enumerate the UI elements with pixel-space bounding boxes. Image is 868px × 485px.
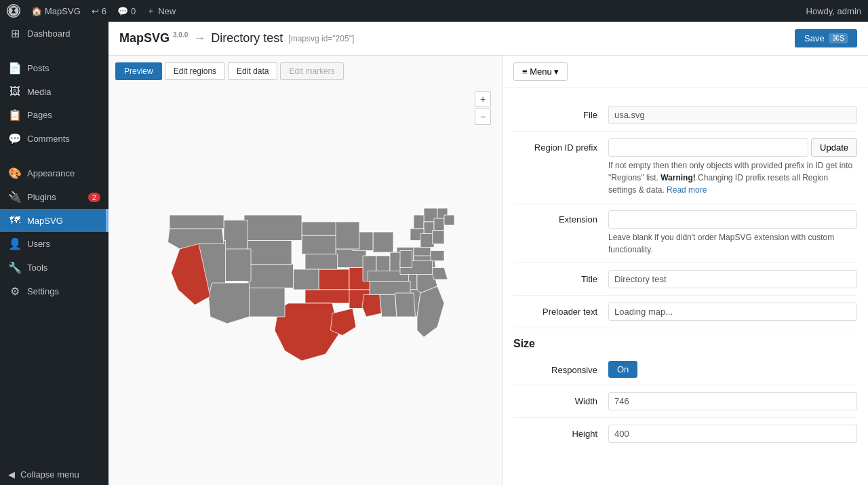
preloader-input[interactable] xyxy=(608,303,857,321)
responsive-control: On xyxy=(608,361,857,378)
region-id-prefix-input[interactable] xyxy=(608,138,808,157)
sidebar-label-pages: Pages xyxy=(27,110,52,120)
comment-icon: 💬 xyxy=(117,6,128,16)
save-shortcut: ⌘S xyxy=(829,33,848,43)
sidebar-item-media[interactable]: 🖼 Media xyxy=(0,80,108,103)
pages-icon: 📋 xyxy=(8,109,22,121)
responsive-label: Responsive xyxy=(513,361,608,375)
width-row: Width xyxy=(513,385,857,418)
title-row: Title xyxy=(513,263,857,296)
settings-form: File Region ID prefix Update xyxy=(502,88,868,461)
height-control xyxy=(608,425,857,443)
width-control xyxy=(608,392,857,410)
plugins-badge: 2 xyxy=(88,193,100,202)
file-row: File xyxy=(513,99,857,132)
map-zoom-controls: + − xyxy=(475,91,491,125)
file-label: File xyxy=(513,106,608,120)
plus-icon: ＋ xyxy=(146,5,155,17)
sidebar-label-appearance: Appearance xyxy=(27,168,75,178)
site-name[interactable]: 🏠 MapSVG xyxy=(31,6,81,16)
sidebar-item-plugins[interactable]: 🔌 Plugins 2 xyxy=(0,185,108,209)
sidebar-item-tools[interactable]: 🔧 Tools xyxy=(0,256,108,279)
sidebar-item-posts[interactable]: 📄 Posts xyxy=(0,56,108,80)
breadcrumb-arrow: → xyxy=(193,31,205,45)
tab-edit-regions[interactable]: Edit regions xyxy=(165,62,225,80)
comments-icon: 💬 xyxy=(8,132,22,145)
sidebar-item-settings[interactable]: ⚙ Settings xyxy=(0,279,108,303)
revision-icon: ↩ xyxy=(92,6,99,16)
zoom-out-button[interactable]: − xyxy=(475,109,491,125)
sidebar-label-comments: Comments xyxy=(27,134,70,144)
collapse-menu-btn[interactable]: ◀ Collapse menu xyxy=(0,464,108,485)
sidebar-label-media: Media xyxy=(27,87,51,97)
sidebar-item-users[interactable]: 👤 Users xyxy=(0,232,108,256)
sidebar-label-settings: Settings xyxy=(27,286,59,296)
extension-label: Extension xyxy=(513,210,608,225)
region-warning-text: Warning! xyxy=(660,173,696,182)
revisions-count[interactable]: ↩ 6 xyxy=(92,6,106,16)
preloader-row: Preloader text xyxy=(513,296,857,328)
howdy-text: Howdy, admin xyxy=(806,6,861,16)
tab-bar: Preview Edit regions Edit data Edit mark… xyxy=(108,56,502,80)
extension-row: Extension Leave blank if you didn't orde… xyxy=(513,203,857,263)
settings-panel: ≡ Menu ▾ File Region ID prefix xyxy=(502,56,868,485)
extension-input[interactable] xyxy=(608,210,857,229)
width-input[interactable] xyxy=(608,392,857,410)
save-label: Save xyxy=(804,33,825,43)
sidebar-label-tools: Tools xyxy=(27,263,47,273)
read-more-link[interactable]: Read more xyxy=(667,185,707,195)
region-id-prefix-label: Region ID prefix xyxy=(513,138,608,153)
tools-icon: 🔧 xyxy=(8,261,22,274)
preloader-label: Preloader text xyxy=(513,303,608,317)
tab-edit-data[interactable]: Edit data xyxy=(228,62,277,80)
collapse-icon: ◀ xyxy=(8,469,15,480)
sidebar-label-dashboard: Dashboard xyxy=(27,28,71,39)
map-panel: Preview Edit regions Edit data Edit mark… xyxy=(108,56,502,485)
comments-count[interactable]: 💬 0 xyxy=(117,6,136,16)
region-id-prefix-control: Update If not empty then then only objec… xyxy=(608,138,857,196)
users-icon: 👤 xyxy=(8,237,22,250)
posts-icon: 📄 xyxy=(8,62,22,75)
size-heading: Size xyxy=(513,328,857,354)
extension-control: Leave blank if you didn't order MapSVG e… xyxy=(608,210,857,256)
sidebar-item-appearance[interactable]: 🎨 Appearance xyxy=(0,161,108,185)
shortcode-display: [mapsvg id="205"] xyxy=(288,34,354,43)
responsive-toggle[interactable]: On xyxy=(608,361,637,378)
height-row: Height xyxy=(513,418,857,450)
zoom-in-button[interactable]: + xyxy=(475,91,491,107)
sidebar-item-mapsvg[interactable]: 🗺 MapSVG xyxy=(0,209,108,232)
dashboard-icon: ⊞ xyxy=(8,27,22,40)
sidebar: ⊞ Dashboard 📄 Posts 🖼 Media 📋 Pages 💬 Co… xyxy=(0,22,108,485)
admin-bar: 🏠 MapSVG ↩ 6 💬 0 ＋ New Howdy, admin xyxy=(0,0,868,22)
sidebar-label-plugins: Plugins xyxy=(27,192,56,202)
sidebar-item-pages[interactable]: 📋 Pages xyxy=(0,103,108,127)
page-header: MapSVG 3.0.0 → Directory test [mapsvg id… xyxy=(108,22,868,56)
file-input[interactable] xyxy=(608,106,857,124)
plugin-version: 3.0.0 xyxy=(173,31,188,39)
plugin-name: MapSVG 3.0.0 xyxy=(119,31,188,45)
region-id-update-btn[interactable]: Update xyxy=(811,138,857,157)
tab-preview[interactable]: Preview xyxy=(115,62,162,80)
region-id-help: If not empty then then only objects with… xyxy=(608,159,857,196)
sidebar-label-users: Users xyxy=(27,239,50,249)
tab-edit-markers[interactable]: Edit markers xyxy=(280,62,343,80)
page-title-area: MapSVG 3.0.0 → Directory test [mapsvg id… xyxy=(119,31,354,45)
menu-bar: ≡ Menu ▾ xyxy=(502,56,868,88)
media-icon: 🖼 xyxy=(8,85,22,98)
usa-map-svg xyxy=(139,181,471,385)
map-container: + − xyxy=(108,80,502,485)
sidebar-item-dashboard[interactable]: ⊞ Dashboard xyxy=(0,22,108,45)
save-button[interactable]: Save ⌘S xyxy=(795,29,857,47)
preloader-control xyxy=(608,303,857,321)
new-content-btn[interactable]: ＋ New xyxy=(146,5,176,17)
title-input[interactable] xyxy=(608,270,857,288)
wp-logo[interactable] xyxy=(7,4,20,18)
sidebar-item-comments[interactable]: 💬 Comments xyxy=(0,127,108,151)
width-label: Width xyxy=(513,392,608,406)
region-id-prefix-row: Region ID prefix Update If not empty the… xyxy=(513,132,857,203)
menu-dropdown-btn[interactable]: ≡ Menu ▾ xyxy=(513,62,568,81)
title-control xyxy=(608,270,857,288)
height-input[interactable] xyxy=(608,425,857,443)
extension-help: Leave blank if you didn't order MapSVG e… xyxy=(608,231,857,256)
sidebar-label-posts: Posts xyxy=(27,63,50,73)
